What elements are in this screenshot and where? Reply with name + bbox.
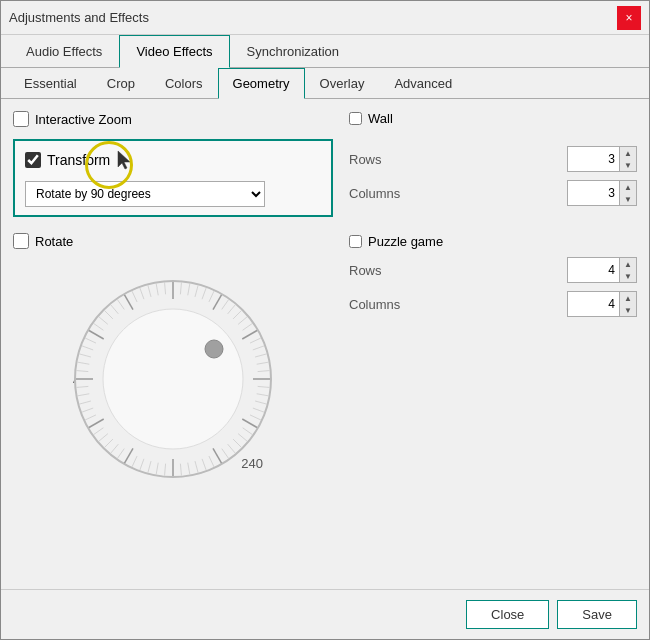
puzzle-header: Puzzle game — [349, 234, 637, 249]
rotate-label: Rotate — [35, 234, 73, 249]
transform-label: Transform — [47, 152, 110, 168]
puzzle-checkbox[interactable] — [349, 235, 362, 248]
puzzle-columns-spinner: 4 ▲ ▼ — [567, 291, 637, 317]
tab-overlay[interactable]: Overlay — [305, 68, 380, 99]
wall-row: Wall — [349, 111, 637, 126]
wall-columns-down-button[interactable]: ▼ — [620, 193, 636, 205]
top-tab-bar: Audio Effects Video Effects Synchronizat… — [1, 35, 649, 68]
tab-video-effects[interactable]: Video Effects — [119, 35, 229, 68]
tab-advanced[interactable]: Advanced — [379, 68, 467, 99]
wall-columns-arrows: ▲ ▼ — [619, 181, 636, 205]
svg-marker-0 — [118, 151, 130, 169]
transform-dropdown-row: Rotate by 90 degrees Rotate by 180 degre… — [25, 181, 321, 207]
window-title: Adjustments and Effects — [9, 10, 149, 25]
wall-label: Wall — [368, 111, 393, 126]
tab-synchronization[interactable]: Synchronization — [230, 35, 357, 68]
puzzle-columns-row: Columns 4 ▲ ▼ — [349, 291, 637, 317]
puzzle-rows-row: Rows 4 ▲ ▼ — [349, 257, 637, 283]
rotate-row: Rotate — [13, 233, 333, 249]
close-button[interactable]: Close — [466, 600, 549, 629]
adjustments-effects-window: Adjustments and Effects × Audio Effects … — [0, 0, 650, 640]
svg-point-2 — [103, 309, 243, 449]
rotate-section: Rotate Angle — [13, 233, 333, 489]
puzzle-rows-spinner: 4 ▲ ▼ — [567, 257, 637, 283]
puzzle-rows-cols-section: Rows 4 ▲ ▼ Columns 4 — [349, 257, 637, 317]
puzzle-label: Puzzle game — [368, 234, 443, 249]
dial-container: Angle — [63, 269, 283, 489]
transform-header: Transform — [25, 149, 321, 171]
wall-columns-spinner: 3 ▲ ▼ — [567, 180, 637, 206]
wall-rows-arrows: ▲ ▼ — [619, 147, 636, 171]
right-panel: Wall Rows 3 ▲ ▼ Columns — [349, 111, 637, 577]
puzzle-rows-value: 4 — [568, 260, 619, 280]
puzzle-columns-value: 4 — [568, 294, 619, 314]
title-bar: Adjustments and Effects × — [1, 1, 649, 35]
wall-rows-row: Rows 3 ▲ ▼ — [349, 146, 637, 172]
wall-rows-up-button[interactable]: ▲ — [620, 147, 636, 159]
puzzle-columns-arrows: ▲ ▼ — [619, 292, 636, 316]
interactive-zoom-checkbox[interactable] — [13, 111, 29, 127]
cursor-icon — [114, 149, 132, 171]
transform-box: Transform Rotate by 90 degrees Rotate by… — [13, 139, 333, 217]
second-tab-bar: Essential Crop Colors Geometry Overlay A… — [1, 68, 649, 99]
angle-value-label: 240 — [241, 456, 263, 471]
wall-columns-row: Columns 3 ▲ ▼ — [349, 180, 637, 206]
puzzle-rows-down-button[interactable]: ▼ — [620, 270, 636, 282]
wall-rows-spinner: 3 ▲ ▼ — [567, 146, 637, 172]
tab-colors[interactable]: Colors — [150, 68, 218, 99]
wall-columns-up-button[interactable]: ▲ — [620, 181, 636, 193]
tab-essential[interactable]: Essential — [9, 68, 92, 99]
puzzle-rows-up-button[interactable]: ▲ — [620, 258, 636, 270]
wall-columns-value: 3 — [568, 183, 619, 203]
save-button[interactable]: Save — [557, 600, 637, 629]
puzzle-rows-arrows: ▲ ▼ — [619, 258, 636, 282]
wall-rows-label: Rows — [349, 152, 382, 167]
wall-checkbox[interactable] — [349, 112, 362, 125]
dial-handle[interactable] — [205, 340, 223, 358]
tab-audio-effects[interactable]: Audio Effects — [9, 35, 119, 68]
wall-rows-value: 3 — [568, 149, 619, 169]
rotate-checkbox[interactable] — [13, 233, 29, 249]
window-close-button[interactable]: × — [617, 6, 641, 30]
rotate-dropdown[interactable]: Rotate by 90 degrees Rotate by 180 degre… — [25, 181, 265, 207]
tab-geometry[interactable]: Geometry — [218, 68, 305, 99]
left-panel: Interactive Zoom Transform — [13, 111, 333, 577]
footer-bar: Close Save — [1, 589, 649, 639]
puzzle-columns-label: Columns — [349, 297, 400, 312]
puzzle-rows-label: Rows — [349, 263, 382, 278]
transform-checkbox[interactable] — [25, 152, 41, 168]
interactive-zoom-label: Interactive Zoom — [35, 112, 132, 127]
wall-rows-cols-section: Rows 3 ▲ ▼ Columns 3 ▲ — [349, 146, 637, 206]
content-area: Interactive Zoom Transform — [1, 99, 649, 589]
puzzle-section: Puzzle game Rows 4 ▲ ▼ — [349, 234, 637, 317]
wall-columns-label: Columns — [349, 186, 400, 201]
transform-header-wrapper: Transform — [25, 149, 132, 171]
puzzle-columns-up-button[interactable]: ▲ — [620, 292, 636, 304]
wall-rows-down-button[interactable]: ▼ — [620, 159, 636, 171]
interactive-zoom-row: Interactive Zoom — [13, 111, 333, 127]
puzzle-columns-down-button[interactable]: ▼ — [620, 304, 636, 316]
tab-crop[interactable]: Crop — [92, 68, 150, 99]
